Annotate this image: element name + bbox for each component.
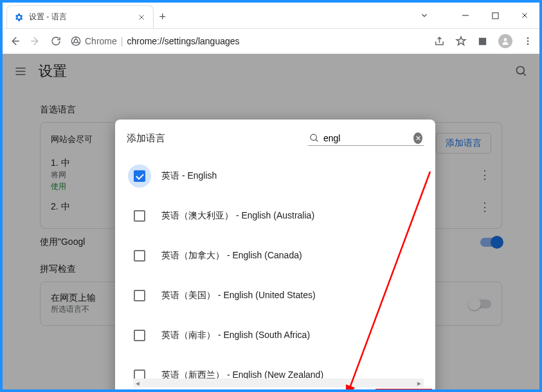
svg-point-5: [527, 37, 529, 39]
kebab-menu-icon[interactable]: [523, 36, 533, 46]
titlebar: 设置 - 语言 +: [3, 3, 539, 28]
window-close-button[interactable]: [510, 3, 539, 28]
url-bar: Chrome | chrome://settings/languages: [3, 28, 539, 54]
chrome-logo-icon: [71, 36, 81, 46]
scroll-right-icon[interactable]: ►: [415, 380, 424, 387]
url-origin: Chrome: [85, 36, 117, 46]
tab-title: 设置 - 语言: [29, 12, 67, 22]
omnibox[interactable]: Chrome | chrome://settings/languages: [71, 36, 425, 46]
forward-button[interactable]: [30, 35, 41, 47]
gear-icon: [14, 12, 24, 22]
language-label: 英语（美国） - English (United States): [161, 290, 316, 301]
language-label: 英语（新西兰） - English (New Zealand): [161, 370, 323, 379]
avatar-icon[interactable]: [498, 34, 512, 48]
checkbox[interactable]: [134, 290, 145, 301]
checkbox[interactable]: [134, 370, 145, 379]
close-icon[interactable]: [136, 12, 147, 22]
reload-button[interactable]: [50, 35, 62, 47]
checkbox[interactable]: [134, 210, 145, 222]
svg-point-9: [311, 134, 316, 140]
chevron-down-icon[interactable]: [410, 3, 439, 28]
dialog-title: 添加语言: [127, 132, 165, 145]
svg-rect-3: [479, 37, 486, 44]
svg-point-7: [527, 43, 529, 45]
language-label: 英语（加拿大） - English (Canada): [161, 250, 302, 262]
share-icon[interactable]: [434, 36, 445, 47]
checkbox[interactable]: [134, 330, 145, 341]
add-language-dialog: 添加语言 ✕ 英语 - English英语（澳大利亚） - English (A…: [115, 120, 435, 389]
checkbox[interactable]: [134, 250, 145, 262]
svg-point-2: [74, 39, 77, 42]
language-row[interactable]: 英语（新西兰） - English (New Zealand): [133, 355, 424, 379]
language-row[interactable]: 英语 - English: [133, 156, 424, 196]
settings-page: 设置 首选语言 网站会尽可 添加语言 1. 中 将网 使用: [3, 54, 539, 389]
language-list[interactable]: 英语 - English英语（澳大利亚） - English (Australi…: [115, 152, 435, 379]
language-label: 英语（澳大利亚） - English (Australia): [161, 210, 314, 222]
language-label: 英语 - English: [161, 170, 217, 182]
checkbox[interactable]: [134, 170, 145, 182]
horizontal-scrollbar[interactable]: ◄ ►: [133, 379, 424, 388]
language-search-field[interactable]: ✕: [308, 131, 424, 146]
svg-rect-0: [492, 12, 498, 18]
maximize-button[interactable]: [480, 3, 510, 28]
minimize-button[interactable]: [451, 3, 480, 28]
language-row[interactable]: 英语（美国） - English (United States): [133, 276, 424, 316]
search-input[interactable]: [323, 133, 410, 143]
scroll-left-icon[interactable]: ◄: [133, 380, 142, 387]
url-path: chrome://settings/languages: [127, 36, 239, 46]
window-controls: [410, 3, 539, 28]
language-row[interactable]: 英语（南非） - English (South Africa): [133, 316, 424, 355]
search-icon: [309, 133, 320, 143]
new-tab-button[interactable]: +: [154, 5, 172, 28]
svg-point-6: [527, 40, 529, 42]
extensions-icon[interactable]: [477, 36, 488, 47]
clear-icon[interactable]: ✕: [413, 132, 422, 144]
browser-tab[interactable]: 设置 - 语言: [6, 5, 154, 28]
language-row[interactable]: 英语（澳大利亚） - English (Australia): [133, 196, 424, 236]
language-row[interactable]: 英语（加拿大） - English (Canada): [133, 236, 424, 276]
star-icon[interactable]: [455, 35, 467, 47]
back-button[interactable]: [9, 35, 21, 47]
svg-point-4: [504, 38, 507, 41]
annotation-box: [375, 389, 432, 389]
browser-window: 设置 - 语言 +: [3, 3, 539, 389]
language-label: 英语（南非） - English (South Africa): [161, 330, 310, 341]
